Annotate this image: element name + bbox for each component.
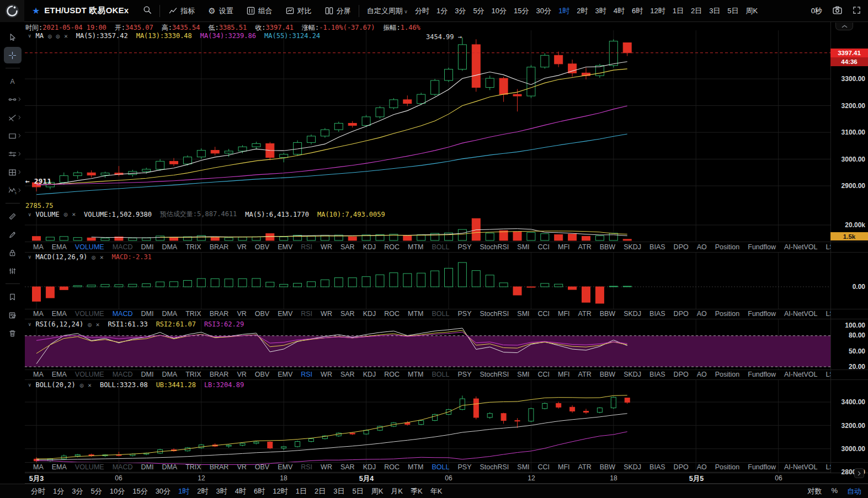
period-tab-6时[interactable]: 6时 <box>632 6 643 16</box>
indicator-tab-MFI[interactable]: MFI <box>558 371 570 378</box>
indicator-tab-DMA[interactable]: DMA <box>162 371 177 378</box>
eye-icon[interactable]: ◎ <box>56 33 60 40</box>
eye-icon[interactable]: ◎ <box>92 254 95 261</box>
indicator-tab-OBV[interactable]: OBV <box>255 371 269 378</box>
close-icon[interactable]: ✕ <box>72 211 76 218</box>
period-tab-分时[interactable]: 分时 <box>415 6 429 16</box>
period-tab-1日[interactable]: 1日 <box>673 6 684 16</box>
indicator-tab-LSUR[interactable]: LSUR <box>826 310 830 318</box>
indicator-tab-EMA[interactable]: EMA <box>52 243 67 251</box>
indicator-tab-Fundflow[interactable]: Fundflow <box>748 371 776 378</box>
indicator-tab-OBV[interactable]: OBV <box>255 310 269 318</box>
indicator-tab-AI-NetVOL[interactable]: AI-NetVOL <box>784 371 817 378</box>
indicator-tab-KDJ[interactable]: KDJ <box>363 243 376 251</box>
text-tool[interactable]: A <box>4 73 22 89</box>
indicator-tab-VR[interactable]: VR <box>237 371 246 378</box>
indicator-tab-ATR[interactable]: ATR <box>578 243 592 251</box>
indicator-tab-WR[interactable]: WR <box>321 371 332 378</box>
indicator-tab-CCI[interactable]: CCI <box>538 310 550 318</box>
indicator-tab-TRIX[interactable]: TRIX <box>185 371 201 378</box>
collapse-up-tab[interactable] <box>835 23 853 30</box>
bottom-period-年K[interactable]: 年K <box>430 486 443 496</box>
eye-icon[interactable]: ◎ <box>88 321 92 328</box>
indicator-tab-DMI[interactable]: DMI <box>141 371 153 378</box>
indicator-tab-WR[interactable]: WR <box>321 310 332 318</box>
indicator-tab-DMA[interactable]: DMA <box>162 310 177 318</box>
indicator-tab-PSY[interactable]: PSY <box>457 310 471 318</box>
bottom-period-6时[interactable]: 6时 <box>254 486 265 496</box>
period-tab-4时[interactable]: 4时 <box>614 6 625 16</box>
indicator-tab-AI-NetVOL[interactable]: AI-NetVOL <box>784 463 817 471</box>
indicator-tab-BIAS[interactable]: BIAS <box>649 243 665 251</box>
indicator-tab-VOLUME[interactable]: VOLUME <box>75 463 104 471</box>
bottom-period-月K[interactable]: 月K <box>391 486 403 496</box>
indicator-tab-Position[interactable]: Position <box>715 463 739 471</box>
indicator-tab-EMA[interactable]: EMA <box>52 310 67 318</box>
indicator-tab-MA[interactable]: MA <box>33 310 44 318</box>
period-tab-30分[interactable]: 30分 <box>536 6 551 16</box>
ruler-tool[interactable] <box>4 208 22 224</box>
indicator-tab-CCI[interactable]: CCI <box>538 463 550 471</box>
indicator-tab-ATR[interactable]: ATR <box>578 463 592 471</box>
indicator-tab-PSY[interactable]: PSY <box>457 463 471 471</box>
indicator-tab-BBW[interactable]: BBW <box>600 463 615 471</box>
expand-right-tab[interactable] <box>854 468 864 478</box>
indicator-tab-RSI[interactable]: RSI <box>301 310 312 318</box>
indicator-tab-CCI[interactable]: CCI <box>538 371 550 378</box>
close-icon[interactable]: ✕ <box>64 33 68 40</box>
bottom-period-周K[interactable]: 周K <box>371 486 384 496</box>
indicator-tab-BBW[interactable]: BBW <box>600 310 615 318</box>
bottom-period-3分[interactable]: 3分 <box>72 486 83 496</box>
indicator-tab-SAR[interactable]: SAR <box>340 463 355 471</box>
trendline-tool[interactable] <box>4 109 22 126</box>
indicator-tab-DMI[interactable]: DMI <box>141 243 153 251</box>
indicator-tab-BIAS[interactable]: BIAS <box>649 463 665 471</box>
indicator-tab-DPO[interactable]: DPO <box>674 310 689 318</box>
indicator-tab-MTM[interactable]: MTM <box>408 243 423 251</box>
indicator-tab-KDJ[interactable]: KDJ <box>363 371 376 378</box>
indicator-tab-MA[interactable]: MA <box>33 243 44 251</box>
trash-tool[interactable] <box>4 325 22 341</box>
scale-control-自动[interactable]: 自动 <box>847 486 861 496</box>
indicator-tab-DPO[interactable]: DPO <box>674 463 689 471</box>
indicator-tab-MFI[interactable]: MFI <box>558 463 570 471</box>
pointer-tool[interactable] <box>4 29 22 45</box>
indicator-tab-ROC[interactable]: ROC <box>384 310 400 318</box>
collapse-chevron-icon[interactable]: ∨ <box>28 382 31 388</box>
elliott-wave-tool[interactable]: 15 <box>4 182 22 199</box>
indicator-tab-DMI[interactable]: DMI <box>141 463 153 471</box>
menu-item-组合[interactable]: 组合 <box>247 6 273 16</box>
indicator-tab-SMI[interactable]: SMI <box>517 310 529 318</box>
indicator-tab-VR[interactable]: VR <box>237 243 246 251</box>
close-icon[interactable]: ✕ <box>96 321 100 328</box>
period-tab-周K[interactable]: 周K <box>746 6 758 16</box>
indicator-tab-VR[interactable]: VR <box>237 463 246 471</box>
period-tab-5日[interactable]: 5日 <box>727 6 738 16</box>
bottom-period-1时[interactable]: 1时 <box>178 486 189 496</box>
close-icon[interactable]: ✕ <box>88 382 92 389</box>
indicator-tab-MTM[interactable]: MTM <box>408 310 423 318</box>
period-tab-10分[interactable]: 10分 <box>492 6 507 16</box>
indicator-tab-ATR[interactable]: ATR <box>578 310 592 318</box>
indicator-tab-BIAS[interactable]: BIAS <box>649 310 665 318</box>
indicator-tab-RSI[interactable]: RSI <box>301 463 312 471</box>
bottom-period-2日[interactable]: 2日 <box>315 486 326 496</box>
eye-icon[interactable]: ◎ <box>64 211 68 218</box>
crosshair-tool[interactable] <box>4 47 22 63</box>
indicator-tab-RSI[interactable]: RSI <box>301 243 312 251</box>
indicator-tab-StochRSI[interactable]: StochRSI <box>480 310 509 318</box>
brush-tool[interactable] <box>4 226 22 243</box>
indicator-tab-PSY[interactable]: PSY <box>457 243 471 251</box>
period-tab-1时[interactable]: 1时 <box>558 6 569 16</box>
indicator-tab-AI-NetVOL[interactable]: AI-NetVOL <box>784 243 817 251</box>
indicator-tab-MA[interactable]: MA <box>33 463 44 471</box>
indicator-tab-Fundflow[interactable]: Fundflow <box>748 243 776 251</box>
indicator-tab-KDJ[interactable]: KDJ <box>363 463 376 471</box>
period-tab-12时[interactable]: 12时 <box>650 6 665 16</box>
indicator-tab-DMA[interactable]: DMA <box>162 243 177 251</box>
indicator-tab-DPO[interactable]: DPO <box>674 243 689 251</box>
indicator-tab-OBV[interactable]: OBV <box>255 243 269 251</box>
indicator-tab-TRIX[interactable]: TRIX <box>185 463 201 471</box>
period-tab-1分[interactable]: 1分 <box>436 6 448 16</box>
bottom-period-分时[interactable]: 分时 <box>31 486 45 496</box>
